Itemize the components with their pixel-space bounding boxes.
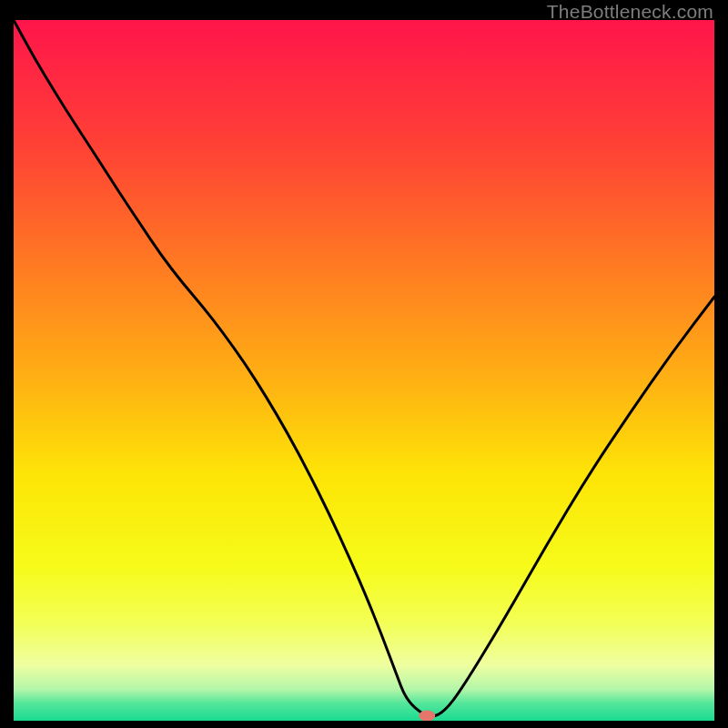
bottleneck-chart (14, 20, 714, 721)
chart-frame: TheBottleneck.com (0, 0, 728, 728)
gradient-background (14, 20, 714, 721)
plot-area (14, 20, 714, 721)
